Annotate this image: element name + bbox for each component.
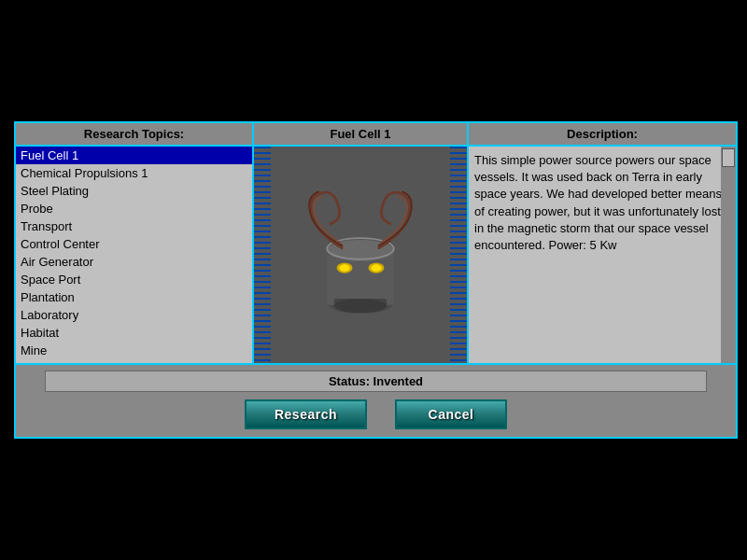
description-scrollbar[interactable]	[721, 147, 736, 363]
item-name-header: Fuel Cell 1	[254, 123, 467, 147]
research-button[interactable]: Research	[245, 399, 367, 429]
fuel-cell-illustration	[295, 180, 426, 329]
left-panel: Research Topics: Fuel Cell 1Chemical Pro…	[16, 123, 254, 363]
top-section: Research Topics: Fuel Cell 1Chemical Pro…	[16, 123, 736, 363]
list-item[interactable]: Mine	[16, 342, 252, 359]
list-item[interactable]: Steel Plating	[16, 182, 252, 200]
cancel-button[interactable]: Cancel	[395, 399, 507, 429]
research-dialog: Research Topics: Fuel Cell 1Chemical Pro…	[14, 121, 738, 439]
list-item[interactable]: Fuel Cell 1	[16, 147, 252, 164]
middle-panel: Fuel Cell 1	[254, 123, 469, 363]
scrollbar-thumb	[722, 148, 735, 167]
svg-point-9	[334, 299, 387, 313]
item-image-area	[254, 147, 467, 363]
list-item[interactable]: Habitat	[16, 324, 252, 342]
dialog-layout: Research Topics: Fuel Cell 1Chemical Pro…	[16, 123, 736, 437]
button-row: Research Cancel	[245, 399, 507, 429]
description-header: Description:	[469, 123, 736, 147]
svg-point-5	[339, 264, 349, 272]
bottom-section: Status: Invented Research Cancel	[16, 363, 736, 437]
research-topics-header: Research Topics:	[16, 123, 252, 147]
list-item[interactable]: Transport	[16, 217, 252, 235]
list-item[interactable]: Laboratory	[16, 306, 252, 324]
list-item[interactable]: Space Port	[16, 271, 252, 288]
list-item[interactable]: Air Generator	[16, 253, 252, 271]
list-item[interactable]: Control Center	[16, 235, 252, 253]
list-item[interactable]: Chemical Propulsions 1	[16, 164, 252, 182]
right-panel: Description: This simple power source po…	[469, 123, 736, 363]
description-area: This simple power source powers our spac…	[469, 147, 736, 363]
list-container: Fuel Cell 1Chemical Propulsions 1Steel P…	[16, 147, 252, 363]
list-item[interactable]: Plantation	[16, 288, 252, 306]
status-bar: Status: Invented	[45, 371, 707, 392]
research-topics-list[interactable]: Fuel Cell 1Chemical Propulsions 1Steel P…	[16, 147, 252, 363]
svg-point-7	[371, 264, 381, 272]
description-text: This simple power source powers our spac…	[474, 153, 722, 252]
list-item[interactable]: Probe	[16, 200, 252, 217]
